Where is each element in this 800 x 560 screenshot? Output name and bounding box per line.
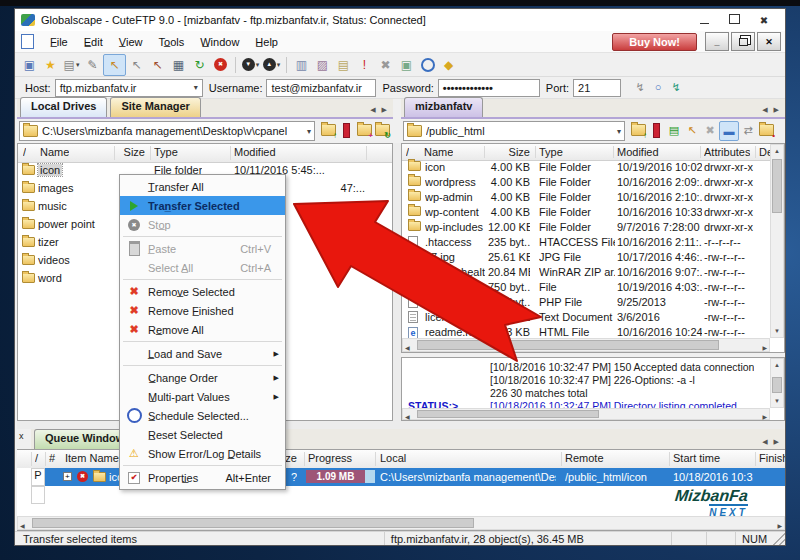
menu-item-select-all[interactable]: Select A̲llCtrl+A <box>120 258 285 277</box>
sync-icon[interactable]: ⇄ <box>739 121 757 139</box>
file-row[interactable]: avada_health_...20.84 MBWinRAR ZIP ar...… <box>402 265 770 280</box>
pane-splitter[interactable] <box>393 143 401 421</box>
chevron-down-icon[interactable]: ▾ <box>76 61 80 69</box>
file-row[interactable]: error_log750 byt...File10/19/2016 4:03:.… <box>402 280 770 295</box>
file-row[interactable]: index.php418 byt...PHP File9/25/2013-rw-… <box>402 295 770 310</box>
globe-icon[interactable] <box>417 55 438 75</box>
horizontal-scrollbar[interactable]: ◀ ▶ <box>402 408 770 420</box>
download-icon[interactable]: ▼▾ <box>240 55 261 75</box>
remove-item-icon[interactable]: ✖ <box>77 471 88 482</box>
mdi-restore-button[interactable] <box>731 32 755 51</box>
close-button[interactable]: ✖ <box>749 15 779 26</box>
sort-column-header[interactable]: / <box>406 146 409 158</box>
menu-item-stop[interactable]: ✖Sto̲p <box>120 215 285 234</box>
bookmark-icon[interactable] <box>337 121 355 139</box>
menu-file[interactable]: F̲ile <box>42 33 76 51</box>
menu-item-show-error-log-details[interactable]: ⚠Show Error/Log D̲etails <box>120 444 285 463</box>
connect-icon[interactable]: ↯ <box>667 81 685 94</box>
menu-item-transfer-selected[interactable]: Tran̲sfer Selected <box>120 196 285 215</box>
chevron-down-icon[interactable]: ▾ <box>304 127 311 136</box>
queue-column-header[interactable]: Remote <box>565 452 667 464</box>
horizontal-scrollbar[interactable]: ◀ ▶ <box>17 516 785 530</box>
host-input[interactable]: ftp.mizbanfatv.ir▾ <box>55 79 203 97</box>
scroll-left-icon[interactable]: ◀ <box>405 342 410 354</box>
menu-item-remove-finished[interactable]: ✖Remove F̲inished <box>120 301 285 320</box>
menu-item-schedule-selected[interactable]: S̲chedule Selected... <box>120 406 285 425</box>
menu-item-remove-all[interactable]: ✖Re̲move All <box>120 320 285 339</box>
close-queue-icon[interactable]: x <box>19 431 24 441</box>
column-header-type[interactable]: Type <box>154 146 178 158</box>
multi-select-icon[interactable]: ↖ <box>147 55 168 75</box>
column-header-size[interactable]: Size <box>118 146 145 158</box>
menu-item-multi-part-values[interactable]: M̲ulti-part Values▶ <box>120 387 285 406</box>
menu-item-paste[interactable]: P̲asteCtrl+V <box>120 239 285 258</box>
refresh-icon[interactable]: ↻ <box>189 55 210 75</box>
column-header-name[interactable]: Name <box>424 146 453 158</box>
menu-edit[interactable]: E̲dit <box>76 33 111 51</box>
menu-item-remove-selected[interactable]: ✖Remov̲e Selected <box>120 282 285 301</box>
queue-column-header[interactable]: Local <box>380 452 558 464</box>
new-folder-icon[interactable]: + <box>355 121 373 139</box>
column-header-type[interactable]: Type <box>539 146 563 158</box>
file-row[interactable]: Ps67.jpg25.61 KBJPG File10/17/2016 4:46:… <box>402 250 770 265</box>
tab-scroll-arrows[interactable]: ◀ ▶ <box>762 106 785 117</box>
menu-item-transfer-all[interactable]: T̲ransfer All <box>120 177 285 196</box>
delete-icon[interactable]: ✖ <box>375 55 396 75</box>
tab-scroll-arrows[interactable]: ◀ ▶ <box>762 438 785 449</box>
column-header-name[interactable]: Name <box>40 146 69 158</box>
scroll-up-icon[interactable]: ▲ <box>771 359 783 371</box>
file-row[interactable]: .htaccess235 byt...HTACCESS File10/16/20… <box>402 235 770 250</box>
queue-column-header[interactable]: Finish time <box>759 452 785 464</box>
edit-icon[interactable]: ✎ <box>82 55 103 75</box>
edit-document-icon[interactable]: ▨ <box>312 55 333 75</box>
port-input[interactable]: 21 <box>573 79 621 97</box>
remote-path-combo[interactable]: /public_html ▾ <box>403 121 625 141</box>
upload-icon[interactable]: ▲▾ <box>261 55 282 75</box>
reconnect-icon[interactable]: ○ <box>649 81 667 94</box>
password-input[interactable]: ••••••••••••• <box>438 79 540 97</box>
queue-column-header[interactable]: Progress <box>308 452 372 464</box>
verify-document-icon[interactable]: ▣ <box>396 55 417 75</box>
tab-site-manager[interactable]: Site Manager <box>110 97 200 117</box>
file-row[interactable]: wp-includes12.00 KBFile Folder9/7/2016 7… <box>402 220 770 235</box>
select-cursor-icon[interactable]: ↖ <box>103 54 126 76</box>
menu-item-load-and-save[interactable]: L̲oad and Save▶ <box>120 344 285 363</box>
local-path-combo[interactable]: C:\Users\mizbanfa management\Desktop\v\c… <box>19 121 315 141</box>
refresh-folder-icon[interactable]: ↻ <box>373 121 391 139</box>
chevron-down-icon[interactable]: ▾ <box>614 127 621 136</box>
chevron-down-icon[interactable]: ▾ <box>191 83 198 92</box>
mdi-close-button[interactable]: ✕ <box>757 32 781 51</box>
scroll-right-icon[interactable]: ▶ <box>762 342 767 354</box>
scroll-up-icon[interactable]: ▲ <box>771 145 783 157</box>
note-icon[interactable]: ▤ <box>333 55 354 75</box>
refresh-page-icon[interactable]: ▤ <box>665 121 683 139</box>
expand-icon[interactable]: + <box>63 472 72 481</box>
queue-column-header[interactable]: # <box>49 452 59 464</box>
chevron-down-icon[interactable]: ▾ <box>277 61 281 69</box>
chevron-down-icon[interactable]: ▾ <box>256 61 260 69</box>
username-input[interactable]: test@mizbanfatv.ir <box>266 79 376 97</box>
tab-mizbanfatv[interactable]: mizbanfatv <box>404 97 483 117</box>
connection-wizard-icon[interactable]: ▣ <box>19 55 40 75</box>
queue-column-header[interactable]: / <box>35 452 45 464</box>
resize-grip[interactable] <box>773 533 785 545</box>
panel-view-icon[interactable]: ▬ <box>719 121 739 141</box>
quick-connect-icon[interactable]: ★ <box>40 55 61 75</box>
file-row[interactable]: icon4.00 KBFile Folder10/19/2016 10:02..… <box>402 160 770 175</box>
bookmark-icon[interactable] <box>647 121 665 139</box>
buy-now-button[interactable]: Buy Now! <box>612 33 697 51</box>
pointer-icon[interactable]: ↖ <box>683 121 701 139</box>
maximize-button[interactable] <box>719 14 749 26</box>
file-row[interactable]: wordpress4.00 KBFile Folder10/16/2016 2:… <box>402 175 770 190</box>
queue-column-header[interactable]: Start time <box>673 452 755 464</box>
tab-local-drives[interactable]: Local Drives <box>20 97 107 117</box>
title-bar[interactable]: Globalscape - CuteFTP 9.0 - [mizbanfatv … <box>15 9 785 31</box>
file-row[interactable]: license.txt19.47 KBText Document3/6/2016… <box>402 310 770 325</box>
scroll-down-icon[interactable]: ▼ <box>771 395 783 407</box>
column-header-modified[interactable]: Modified <box>617 146 659 158</box>
close-icon[interactable]: ✖ <box>701 121 719 139</box>
parent-folder-icon[interactable]: ↑ <box>629 121 647 139</box>
menu-view[interactable]: V̲iew <box>111 33 151 51</box>
disconnect-icon[interactable]: ↯ <box>631 81 649 94</box>
priority-icon[interactable]: ! <box>354 55 375 75</box>
